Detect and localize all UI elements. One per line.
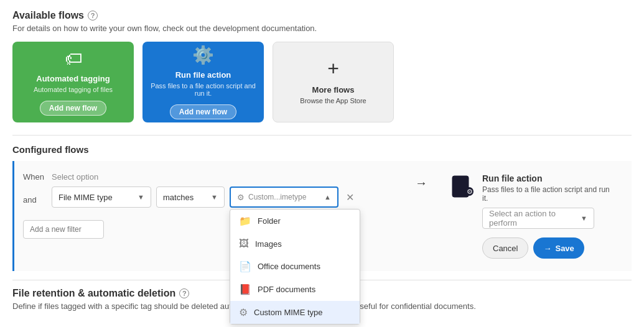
run-action-card: ⚙ Run file action Pass files to a file a… xyxy=(442,167,623,265)
when-label: When xyxy=(23,167,47,182)
file-mime-type-dropdown[interactable]: File MIME type ▼ xyxy=(52,187,151,208)
automated-tagging-title: Automated tagging xyxy=(36,74,110,83)
matches-dropdown[interactable]: matches ▼ xyxy=(156,187,225,208)
mime-item-custom[interactable]: ⚙ Custom MIME type xyxy=(230,301,360,324)
mime-item-folder[interactable]: 📁 Folder xyxy=(230,210,360,233)
close-mime-button[interactable]: ✕ xyxy=(343,191,357,203)
flow-arrow-divider: → xyxy=(365,167,427,190)
matches-chevron-icon: ▼ xyxy=(211,193,218,201)
cancel-button[interactable]: Cancel xyxy=(482,237,528,259)
plus-icon: + xyxy=(327,57,339,80)
configured-flows-title: Configured flows xyxy=(12,135,632,155)
mime-item-images-label: Images xyxy=(255,239,282,249)
automated-tagging-desc: Automated tagging of files xyxy=(34,86,113,93)
file-retention-title: File retention & automatic deletion xyxy=(12,288,175,299)
run-action-info: Run file action Pass files to a file act… xyxy=(482,173,614,259)
select-action-dropdown[interactable]: Select an action to perform ▼ xyxy=(482,208,594,229)
run-file-action-desc: Pass files to a file action script and r… xyxy=(150,82,256,97)
select-action-chevron-icon: ▼ xyxy=(581,214,587,222)
custom-mime-input[interactable]: ⚙ Custom...imetype ▲ xyxy=(230,187,338,208)
mime-item-custom-label: Custom MIME type xyxy=(254,308,323,317)
add-filter-input[interactable] xyxy=(23,220,104,239)
run-action-title: Run file action xyxy=(482,173,614,183)
mime-item-pdf-label: PDF documents xyxy=(258,285,315,294)
available-flows-title: Available flows xyxy=(12,10,84,21)
mime-item-office-label: Office documents xyxy=(258,262,320,271)
save-label: Save xyxy=(555,244,574,253)
automated-tagging-add-btn[interactable]: Add new flow xyxy=(40,101,106,116)
run-file-action-title: Run file action xyxy=(175,70,231,80)
file-action-icon: ⚙️ xyxy=(192,45,214,65)
more-flows-desc: Browse the App Store xyxy=(300,97,366,104)
when-condition-row: When Select option xyxy=(23,167,357,182)
flow-row-container: When Select option and File MIME type ▼ … xyxy=(12,161,632,271)
pdf-icon: 📕 xyxy=(239,283,251,295)
custom-mime-placeholder: Custom...imetype xyxy=(248,193,320,201)
save-button[interactable]: → Save xyxy=(533,237,584,259)
tag-icon: 🏷 xyxy=(65,48,82,69)
custom-mime-menu-gear-icon: ⚙ xyxy=(239,306,248,318)
flow-editor: When Select option and File MIME type ▼ … xyxy=(23,167,623,265)
custom-mime-gear-icon: ⚙ xyxy=(237,193,245,202)
available-flows-subtitle: For details on how to write your own flo… xyxy=(12,24,632,33)
flow-conditions: When Select option and File MIME type ▼ … xyxy=(23,167,357,239)
file-mime-type-value: File MIME type xyxy=(58,193,113,202)
mime-item-images[interactable]: 🖼 Images xyxy=(230,233,360,255)
more-flows-card[interactable]: + More flows Browse the App Store xyxy=(273,42,394,122)
office-icon: 📄 xyxy=(239,260,251,272)
mime-item-folder-label: Folder xyxy=(258,216,281,226)
file-mime-chevron-icon: ▼ xyxy=(138,193,144,201)
custom-mime-container: ⚙ Custom...imetype ▲ 📁 Folder 🖼 xyxy=(230,187,338,208)
flow-arrow-icon: → xyxy=(415,172,427,190)
select-option-placeholder: Select option xyxy=(52,167,98,182)
save-arrow-icon: → xyxy=(543,244,551,253)
run-file-action-card[interactable]: ⚙️ Run file action Pass files to a file … xyxy=(142,42,264,122)
run-file-action-add-btn[interactable]: Add new flow xyxy=(170,104,236,119)
available-flows-help-icon[interactable]: ? xyxy=(88,11,98,21)
run-action-desc: Pass files to a file action script and r… xyxy=(482,185,614,203)
and-condition-row: and File MIME type ▼ matches ▼ ⚙ xyxy=(23,187,357,208)
flow-cards-container: 🏷 Automated tagging Automated tagging of… xyxy=(12,42,632,122)
file-retention-help-icon[interactable]: ? xyxy=(179,288,189,298)
action-buttons: Cancel → Save xyxy=(482,237,614,259)
image-icon: 🖼 xyxy=(239,238,249,249)
custom-mime-chevron-up-icon: ▲ xyxy=(324,193,331,201)
folder-icon: 📁 xyxy=(239,215,251,227)
select-action-placeholder: Select an action to perform xyxy=(489,209,577,228)
matches-value: matches xyxy=(163,193,194,202)
svg-text:⚙: ⚙ xyxy=(467,188,473,195)
run-action-file-icon: ⚙ xyxy=(451,175,475,206)
mime-item-office[interactable]: 📄 Office documents xyxy=(230,255,360,278)
and-label: and xyxy=(23,190,47,205)
automated-tagging-card[interactable]: 🏷 Automated tagging Automated tagging of… xyxy=(12,42,134,122)
mime-dropdown-menu: 📁 Folder 🖼 Images 📄 Office documents xyxy=(230,209,360,325)
more-flows-title: More flows xyxy=(312,85,355,94)
mime-item-pdf[interactable]: 📕 PDF documents xyxy=(230,278,360,301)
